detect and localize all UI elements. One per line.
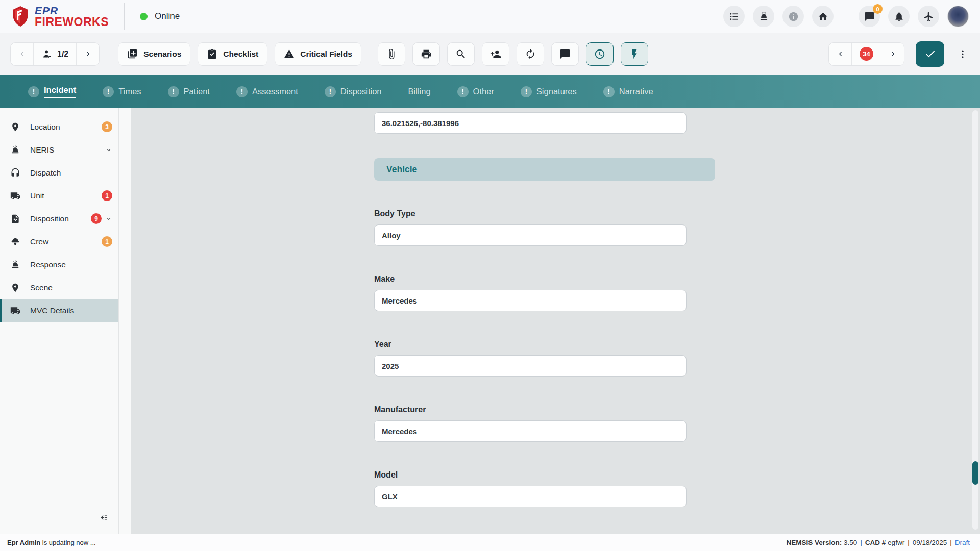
separator: | — [860, 539, 862, 546]
home-button[interactable] — [812, 6, 834, 27]
siren-button[interactable] — [753, 6, 774, 27]
patient-pager: 1/2 — [10, 42, 100, 66]
status-bar: Epr Admin is updating now ... NEMSIS Ver… — [0, 534, 980, 551]
sidebar-item-crew[interactable]: Crew 1 — [0, 230, 118, 253]
body-type-input[interactable] — [374, 224, 687, 246]
chat-button[interactable]: 0 — [859, 6, 880, 27]
tab-patient[interactable]: !Patient — [168, 86, 210, 97]
patient-pager-value: 1/2 — [33, 43, 77, 65]
cad-number-value: egfwr — [888, 539, 904, 546]
clipboard-check-icon — [207, 48, 217, 59]
scenarios-button[interactable]: Scenarios — [118, 42, 190, 66]
chevron-right-icon — [84, 49, 92, 58]
patient-prev-button[interactable] — [11, 43, 33, 65]
toolbar: 1/2 Scenarios Checklist Critical Fields … — [0, 33, 980, 75]
tab-incident[interactable]: !Incident — [28, 85, 76, 98]
checklist-button[interactable]: Checklist — [198, 42, 267, 66]
model-input[interactable] — [374, 486, 687, 507]
sidebar-item-scene[interactable]: Scene — [0, 276, 118, 299]
chat-badge: 0 — [873, 4, 883, 14]
airplane-icon — [923, 11, 934, 22]
print-button[interactable] — [412, 42, 440, 66]
header-divider — [124, 3, 125, 30]
record-prev-button[interactable] — [829, 43, 851, 65]
warning-triangle-icon — [284, 48, 295, 59]
search-button[interactable] — [447, 42, 475, 66]
crew-badge: 1 — [102, 236, 112, 247]
list-icon — [729, 11, 740, 22]
validate-button[interactable] — [916, 41, 944, 67]
main-content: Vehicle Body Type Make Year Manufacturer… — [131, 108, 980, 534]
siren-icon — [10, 260, 20, 270]
document-add-icon — [127, 48, 138, 59]
field-manufacturer: Manufacturer — [374, 405, 715, 442]
sidebar-item-dispatch[interactable]: Dispatch — [0, 161, 118, 184]
status-activity-text: is updating now ... — [40, 539, 95, 546]
sidebar-item-response[interactable]: Response — [0, 253, 118, 276]
field-body-type: Body Type — [374, 209, 715, 246]
search-icon — [455, 48, 467, 60]
sidebar-collapse-button[interactable] — [99, 513, 108, 522]
vehicle-section-header: Vehicle — [374, 158, 715, 181]
model-label: Model — [374, 470, 715, 480]
record-next-button[interactable] — [881, 43, 904, 65]
manufacturer-input[interactable] — [374, 420, 687, 442]
notifications-button[interactable] — [888, 6, 910, 27]
section-tabs: !Incident !Times !Patient !Assessment !D… — [0, 75, 980, 108]
alert-icon: ! — [168, 86, 179, 97]
comments-button[interactable] — [551, 42, 579, 66]
sidebar-item-neris[interactable]: NERIS — [0, 138, 118, 161]
alert-icon: ! — [325, 86, 336, 97]
tab-times[interactable]: !Times — [103, 86, 141, 97]
draft-status-link[interactable]: Draft — [955, 539, 970, 546]
sidebar-item-location[interactable]: Location 3 — [0, 115, 118, 138]
online-status-dot — [140, 13, 148, 20]
add-person-button[interactable] — [482, 42, 509, 66]
year-label: Year — [374, 340, 715, 349]
sidebar-item-mvc-details[interactable]: MVC Details — [0, 299, 118, 322]
ambulance-icon — [10, 306, 20, 316]
tab-billing[interactable]: Billing — [408, 87, 431, 96]
tab-disposition[interactable]: !Disposition — [325, 86, 382, 97]
make-input[interactable] — [374, 290, 687, 311]
quick-actions-button[interactable] — [621, 42, 648, 66]
field-model: Model — [374, 470, 715, 507]
collapse-sidebar-icon — [99, 513, 108, 522]
flight-mode-button[interactable] — [918, 6, 939, 27]
map-pin-icon — [10, 283, 20, 293]
logo-text-fireworks: FIREWORKS — [35, 16, 109, 28]
tab-narrative[interactable]: !Narrative — [603, 86, 653, 97]
nemsis-version-label: NEMSIS Version: — [786, 539, 842, 546]
app-logo: EPR FIREWORKS — [11, 5, 109, 28]
location-badge: 3 — [102, 121, 112, 132]
record-pager: 34 — [828, 42, 904, 66]
home-icon — [818, 11, 828, 22]
document-icon — [10, 214, 20, 224]
coordinates-input[interactable] — [374, 112, 687, 134]
tab-other[interactable]: !Other — [457, 86, 494, 97]
user-avatar[interactable] — [947, 6, 969, 27]
sidebar-item-disposition[interactable]: Disposition 9 — [0, 207, 118, 230]
attachments-button[interactable] — [378, 42, 405, 66]
online-status: Online — [140, 11, 180, 21]
scrollbar-thumb[interactable] — [972, 461, 978, 485]
critical-fields-button[interactable]: Critical Fields — [275, 42, 361, 66]
alert-icon: ! — [103, 86, 114, 97]
list-menu-button[interactable] — [723, 6, 745, 27]
history-button[interactable] — [586, 42, 614, 66]
sync-button[interactable] — [517, 42, 544, 66]
tab-signatures[interactable]: !Signatures — [521, 86, 577, 97]
logo-text-epr: EPR — [35, 5, 109, 16]
more-options-button[interactable] — [955, 49, 970, 59]
tab-assessment[interactable]: !Assessment — [236, 86, 298, 97]
status-meta: NEMSIS Version: 3.50 | CAD # egfwr | 09/… — [786, 539, 970, 546]
patient-icon — [41, 48, 53, 60]
patient-next-button[interactable] — [77, 43, 99, 65]
vehicle-section-title: Vehicle — [386, 164, 417, 175]
sidebar-item-unit[interactable]: Unit 1 — [0, 184, 118, 207]
record-count-badge: 34 — [860, 47, 873, 61]
year-input[interactable] — [374, 355, 687, 377]
info-button[interactable] — [782, 6, 804, 27]
vertical-scrollbar[interactable] — [972, 110, 978, 530]
check-icon — [924, 48, 936, 60]
